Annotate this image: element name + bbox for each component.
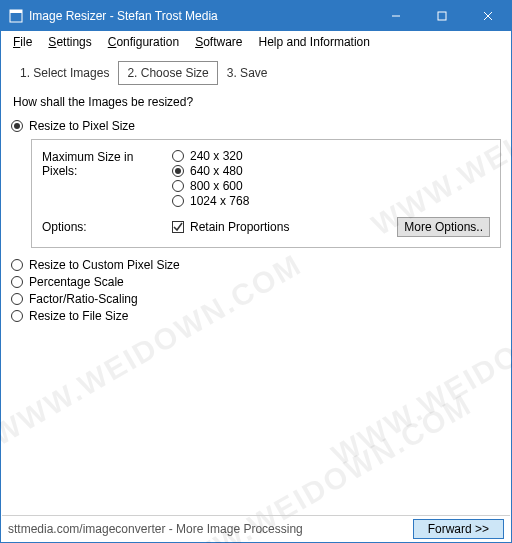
svg-rect-1 xyxy=(10,10,22,13)
mode-label: Percentage Scale xyxy=(29,275,124,289)
tab-save[interactable]: 3. Save xyxy=(218,61,277,85)
tab-strip: 1. Select Images 2. Choose Size 3. Save xyxy=(9,57,503,87)
size-800x600[interactable]: 800 x 600 xyxy=(172,179,490,193)
status-text: sttmedia.com/imageconverter - More Image… xyxy=(8,522,303,536)
size-options: 240 x 320 640 x 480 800 x 600 1024 x 768 xyxy=(172,148,490,209)
mode-label: Resize to File Size xyxy=(29,309,128,323)
radio-icon xyxy=(172,150,184,162)
mode-label: Resize to Pixel Size xyxy=(29,119,135,133)
minimize-button[interactable] xyxy=(373,1,419,31)
app-window: Image Resizer - Stefan Trost Media File … xyxy=(0,0,512,543)
menu-software[interactable]: Software xyxy=(187,33,250,51)
radio-icon xyxy=(11,276,23,288)
options-label: Options: xyxy=(42,220,172,234)
maximize-button[interactable] xyxy=(419,1,465,31)
maxsize-label: Maximum Size in Pixels: xyxy=(42,148,172,178)
radio-icon xyxy=(172,195,184,207)
radio-icon xyxy=(11,259,23,271)
app-icon xyxy=(9,9,23,23)
menu-configuration[interactable]: Configuration xyxy=(100,33,187,51)
statusbar: sttmedia.com/imageconverter - More Image… xyxy=(2,515,510,541)
radio-icon xyxy=(11,310,23,322)
prompt-text: How shall the Images be resized? xyxy=(13,95,501,109)
window-title: Image Resizer - Stefan Trost Media xyxy=(29,9,373,23)
size-1024x768[interactable]: 1024 x 768 xyxy=(172,194,490,208)
radio-icon xyxy=(172,180,184,192)
radio-icon xyxy=(11,120,23,132)
close-button[interactable] xyxy=(465,1,511,31)
more-options-button[interactable]: More Options.. xyxy=(397,217,490,237)
mode-custom-pixel[interactable]: Resize to Custom Pixel Size xyxy=(11,258,501,272)
checkbox-icon xyxy=(172,221,184,233)
mode-resize-pixel[interactable]: Resize to Pixel Size xyxy=(11,119,501,133)
menu-file[interactable]: File xyxy=(5,33,40,51)
radio-icon xyxy=(172,165,184,177)
tab-select-images[interactable]: 1. Select Images xyxy=(11,61,118,85)
mode-label: Factor/Ratio-Scaling xyxy=(29,292,138,306)
menu-settings[interactable]: Settings xyxy=(40,33,99,51)
size-240x320[interactable]: 240 x 320 xyxy=(172,149,490,163)
mode-percentage[interactable]: Percentage Scale xyxy=(11,275,501,289)
mode-factor-ratio[interactable]: Factor/Ratio-Scaling xyxy=(11,292,501,306)
forward-button[interactable]: Forward >> xyxy=(413,519,504,539)
retain-proportions[interactable]: Retain Proportions xyxy=(172,220,397,234)
menu-help[interactable]: Help and Information xyxy=(251,33,378,51)
pixel-size-panel: Maximum Size in Pixels: 240 x 320 640 x … xyxy=(31,139,501,248)
mode-filesize[interactable]: Resize to File Size xyxy=(11,309,501,323)
content-area: 1. Select Images 2. Choose Size 3. Save … xyxy=(1,53,511,323)
svg-rect-3 xyxy=(438,12,446,20)
size-640x480[interactable]: 640 x 480 xyxy=(172,164,490,178)
menubar: File Settings Configuration Software Hel… xyxy=(1,31,511,53)
mode-label: Resize to Custom Pixel Size xyxy=(29,258,180,272)
titlebar: Image Resizer - Stefan Trost Media xyxy=(1,1,511,31)
radio-icon xyxy=(11,293,23,305)
tab-choose-size[interactable]: 2. Choose Size xyxy=(118,61,217,85)
